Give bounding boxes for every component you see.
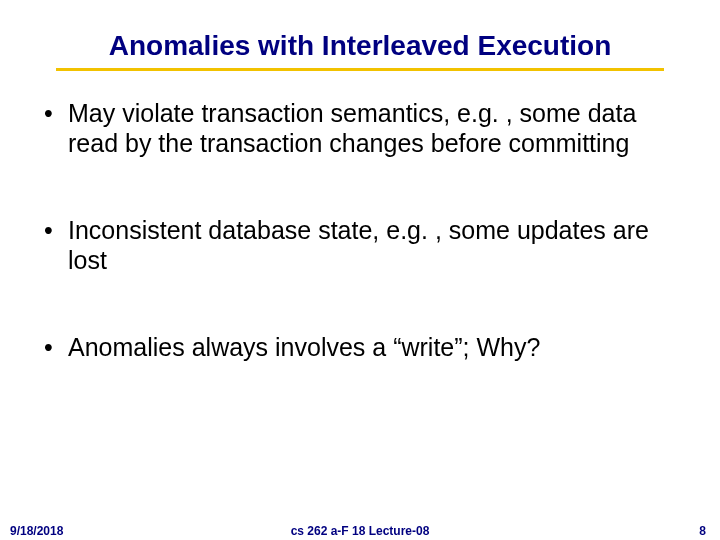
list-item: May violate transaction semantics, e.g. … — [44, 99, 684, 158]
list-item: Inconsistent database state, e.g. , some… — [44, 216, 684, 275]
footer-course: cs 262 a-F 18 Lecture-08 — [291, 524, 430, 538]
footer-page-number: 8 — [699, 524, 706, 538]
footer-date: 9/18/2018 — [10, 524, 63, 538]
bullet-list: May violate transaction semantics, e.g. … — [36, 99, 684, 363]
slide: Anomalies with Interleaved Execution May… — [0, 0, 720, 540]
slide-title: Anomalies with Interleaved Execution — [56, 30, 664, 71]
list-item: Anomalies always involves a “write”; Why… — [44, 333, 684, 363]
